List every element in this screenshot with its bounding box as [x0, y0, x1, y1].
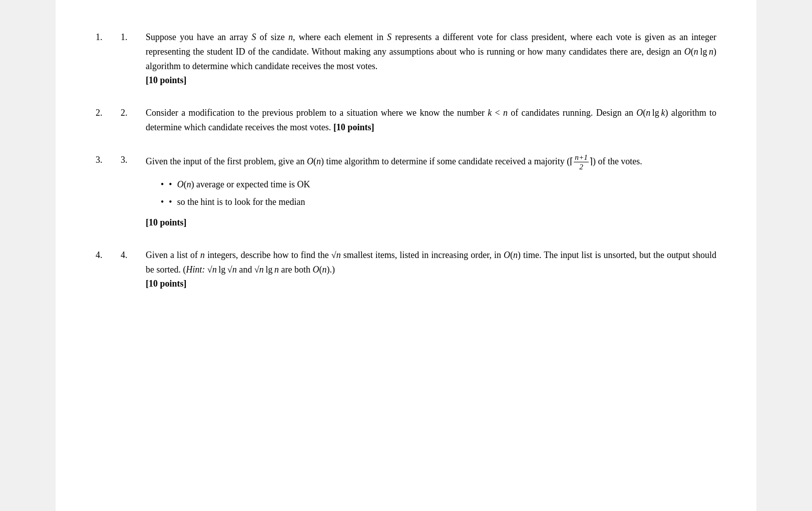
var-n-6: n [316, 156, 321, 166]
fraction-n+1-over-2: n+12 [574, 153, 589, 172]
var-n-5: n [646, 108, 650, 118]
bullet-1-marker: • [169, 177, 172, 192]
problem-3-number: 3. [121, 153, 141, 167]
var-k: k [661, 108, 665, 118]
problem-2-content: Consider a modification to the previous … [146, 106, 716, 135]
problem-3-content: Given the input of the first problem, gi… [146, 153, 716, 230]
hint-label: Hint: [186, 265, 205, 275]
problem-4-content: Given a list of n integers, describe how… [146, 248, 716, 291]
problem-1: 1. Suppose you have an array S of size n… [96, 30, 716, 88]
bullet-2-marker: • [169, 195, 172, 209]
problem-3-points: [10 points] [146, 217, 187, 227]
complexity-5: O [313, 265, 319, 275]
var-n-sqrt-4: n [259, 265, 264, 275]
page-content: 1. Suppose you have an array S of size n… [56, 0, 756, 511]
problem-1-content: Suppose you have an array S of size n, w… [146, 30, 716, 88]
complexity-4: O [504, 250, 510, 260]
problem-list: 1. Suppose you have an array S of size n… [96, 30, 716, 291]
problem-3-text: Given the input of the first problem, gi… [146, 153, 716, 172]
var-n-sqrt-1: n [336, 250, 341, 260]
var-n-3: n [709, 47, 713, 57]
fraction-denominator: 2 [578, 162, 584, 171]
and-text: and [239, 265, 252, 275]
problem-3: 3. Given the input of the first problem,… [96, 153, 716, 230]
complexity-1: O [684, 47, 691, 57]
problem-2-number: 2. [121, 106, 141, 120]
var-n-8: n [513, 250, 518, 260]
bullet-1-text: O(n) average or expected time is OK [177, 177, 310, 192]
problem-4-text: Given a list of n integers, describe how… [146, 248, 716, 291]
problem-4: 4. Given a list of n integers, describe … [96, 248, 716, 291]
var-n-10: n [322, 265, 327, 275]
var-S-2: S [387, 32, 391, 42]
problem-4-points: [10 points] [146, 279, 187, 289]
problem-1-points: [10 points] [146, 75, 187, 85]
problem-2: 2. Consider a modification to the previo… [96, 106, 716, 135]
var-n-sqrt-2: n [212, 265, 217, 275]
var-n-4: n [503, 108, 508, 118]
problem-3-points-container: [10 points] [146, 215, 716, 230]
var-S-1: S [252, 32, 256, 42]
complexity-3: O [307, 156, 313, 166]
problem-3-bullets: • O(n) average or expected time is OK • … [161, 177, 716, 209]
problem-2-points: [10 points] [333, 122, 374, 132]
var-n-7: n [200, 250, 205, 260]
var-n-2: n [694, 47, 698, 57]
var-n-1: n [288, 32, 293, 42]
problem-1-number: 1. [121, 30, 141, 45]
fraction-numerator: n+1 [574, 153, 589, 162]
var-n-9: n [274, 265, 279, 275]
var-k-lt-n: k [488, 108, 492, 118]
bullet-1: • O(n) average or expected time is OK [161, 177, 716, 192]
problem-1-text: Suppose you have an array S of size n, w… [146, 30, 716, 88]
bullet-2-text: so the hint is to look for the median [177, 195, 305, 209]
bullet-2: • so the hint is to look for the median [161, 195, 716, 209]
complexity-2: O [636, 108, 643, 118]
var-n-sqrt-3: n [232, 265, 237, 275]
problem-2-text: Consider a modification to the previous … [146, 106, 716, 135]
problem-4-number: 4. [121, 248, 141, 263]
